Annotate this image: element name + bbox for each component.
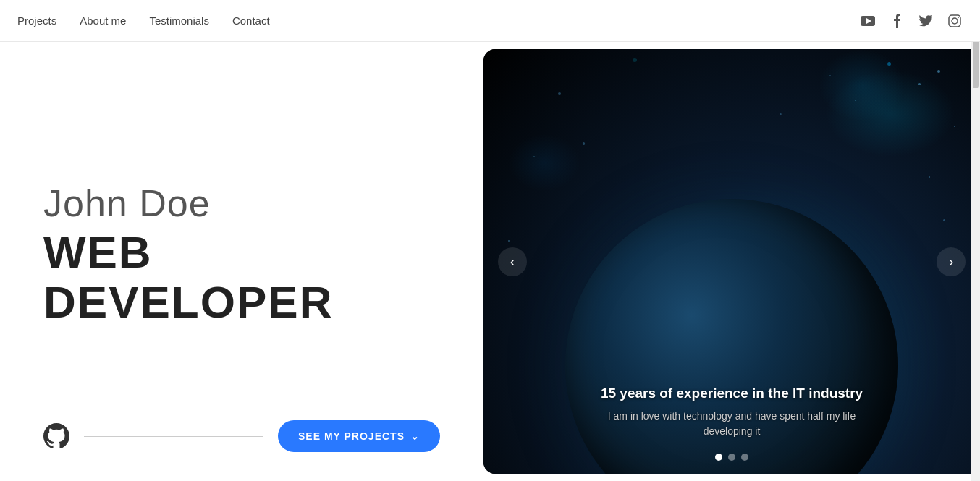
github-icon[interactable] — [43, 423, 69, 449]
cta-chevron-icon: ⌄ — [410, 430, 420, 442]
facebook-icon[interactable] — [889, 13, 905, 29]
carousel-dot-2[interactable] — [728, 454, 735, 461]
carousel-prev-icon: ‹ — [510, 253, 515, 270]
carousel-caption-title: 15 years of experience in the IT industr… — [483, 386, 980, 401]
hero-name: John Doe — [43, 182, 440, 225]
nav-projects[interactable]: Projects — [17, 14, 56, 27]
carousel-panel: ‹ › 15 years of experience in the IT ind… — [483, 49, 980, 474]
twitter-icon[interactable] — [918, 13, 934, 29]
nav-links: Projects About me Testimonials Contact — [17, 14, 270, 27]
left-panel: John Doe WEB DEVELOPER SEE MY PROJECTS ⌄ — [0, 42, 483, 481]
hero-bottom: SEE MY PROJECTS ⌄ — [43, 420, 440, 452]
divider-line — [84, 436, 263, 437]
hero-title: WEB DEVELOPER — [43, 228, 440, 326]
navbar: Projects About me Testimonials Contact — [0, 0, 980, 42]
carousel-caption: 15 years of experience in the IT industr… — [483, 386, 980, 439]
youtube-icon[interactable] — [860, 13, 876, 29]
nav-contact[interactable]: Contact — [232, 14, 270, 27]
main-layout: John Doe WEB DEVELOPER SEE MY PROJECTS ⌄ — [0, 0, 980, 481]
svg-point-4 — [958, 17, 959, 18]
carousel-caption-text: I am in love with technology and have sp… — [483, 409, 980, 439]
carousel-dot-1[interactable] — [715, 454, 722, 461]
carousel-dots — [715, 454, 748, 461]
carousel-next-icon: › — [949, 253, 954, 270]
instagram-icon[interactable] — [947, 13, 963, 29]
nav-social — [860, 13, 963, 29]
carousel-dot-3[interactable] — [741, 454, 748, 461]
carousel-next-button[interactable]: › — [937, 247, 966, 276]
svg-point-3 — [952, 18, 958, 24]
carousel-prev-button[interactable]: ‹ — [498, 247, 527, 276]
nav-about[interactable]: About me — [80, 14, 126, 27]
cta-label: SEE MY PROJECTS — [298, 430, 405, 442]
see-projects-button[interactable]: SEE MY PROJECTS ⌄ — [278, 420, 440, 452]
nav-testimonials[interactable]: Testimonials — [149, 14, 209, 27]
